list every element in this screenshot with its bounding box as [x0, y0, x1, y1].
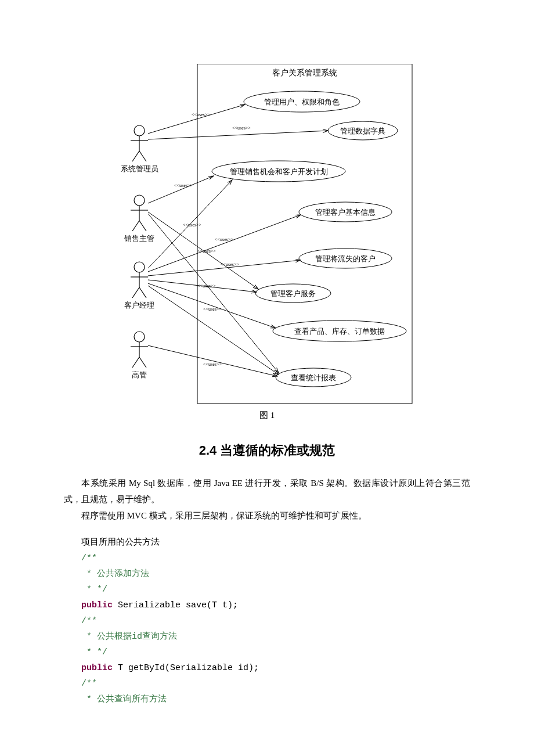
code-keyword: public: [81, 600, 113, 610]
svg-text:查看产品、库存、订单数据: 查看产品、库存、订单数据: [294, 327, 385, 336]
svg-text:<<uses>>: <<uses>>: [183, 222, 201, 228]
code-label: 项目所用的公共方法: [81, 537, 160, 546]
use-case-diagram: 客户关系管理系统 系统管理员: [116, 64, 418, 406]
usecase-reports: 查看统计报表: [276, 368, 351, 387]
svg-line-19: [139, 357, 146, 368]
paragraph-2: 程序需使用 MVC 模式，采用三层架构，保证系统的可维护性和可扩展性。: [64, 508, 470, 524]
svg-line-14: [139, 287, 146, 298]
usecase-products: 查看产品、库存、订单数据: [273, 321, 406, 341]
diagram-container: 客户关系管理系统 系统管理员: [64, 64, 470, 406]
svg-text:管理客户服务: 管理客户服务: [270, 289, 316, 298]
diagram-title: 客户关系管理系统: [272, 69, 337, 77]
code-comment: * 公共添加方法: [81, 569, 149, 579]
code-block: 项目所用的公共方法 /** * 公共添加方法 * */ public Seria…: [81, 534, 470, 707]
code-comment: * */: [81, 647, 107, 657]
svg-text:管理用户、权限和角色: 管理用户、权限和角色: [264, 98, 340, 106]
code-comment: /**: [81, 679, 97, 689]
svg-text:<<uses>>: <<uses>>: [203, 307, 222, 312]
code-keyword: public: [81, 663, 113, 673]
figure-caption: 图 1: [64, 410, 470, 421]
code-text: T getById(Serializable id);: [113, 663, 259, 673]
svg-text:<<uses>>: <<uses>>: [232, 125, 251, 131]
usecase-cust-service: 管理客户服务: [255, 284, 331, 303]
actor-exec-label: 高管: [132, 370, 147, 379]
code-comment: * */: [81, 585, 107, 595]
actor-customer-manager-label: 客户经理: [124, 301, 154, 309]
code-comment: /**: [81, 553, 97, 563]
paragraph-1: 本系统采用 My Sql 数据库，使用 Java EE 进行开发，采取 B/S …: [64, 476, 470, 508]
section-heading: 2.4 当遵循的标准或规范: [64, 442, 470, 459]
code-comment: /**: [81, 616, 97, 626]
usecase-cust-info: 管理客户基本信息: [299, 202, 392, 222]
svg-line-40: [148, 176, 214, 203]
usecase-users-roles: 管理用户、权限和角色: [244, 91, 360, 112]
svg-text:<<uses>>: <<uses>>: [221, 262, 239, 267]
document-page: 客户关系管理系统 系统管理员: [0, 0, 534, 756]
svg-point-0: [134, 125, 145, 136]
svg-text:<<uses>>: <<uses>>: [215, 237, 233, 242]
body-text: 本系统采用 My Sql 数据库，使用 Java EE 进行开发，采取 B/S …: [64, 476, 470, 524]
svg-text:管理数据字典: 管理数据字典: [340, 127, 385, 135]
svg-point-15: [134, 332, 145, 342]
svg-line-53: [148, 283, 276, 328]
usecase-dict: 管理数据字典: [328, 121, 398, 140]
svg-line-38: [148, 131, 328, 139]
svg-text:管理客户基本信息: 管理客户基本信息: [315, 208, 376, 217]
svg-text:<<uses>>: <<uses>>: [174, 183, 193, 188]
svg-point-5: [134, 195, 145, 206]
actor-sales-supervisor-label: 销售主管: [124, 234, 154, 243]
actor-exec: 高管: [131, 332, 148, 379]
svg-text:<<uses>>: <<uses>>: [192, 112, 210, 117]
svg-line-18: [132, 357, 139, 368]
svg-line-36: [148, 105, 245, 134]
svg-text:<<uses>>: <<uses>>: [197, 249, 216, 254]
code-comment: * 公共查询所有方法: [81, 694, 167, 704]
actor-admin-label: 系统管理员: [121, 164, 158, 173]
svg-text:<<uses>>: <<uses>>: [197, 283, 216, 289]
usecase-lost-cust: 管理将流失的客户: [299, 249, 392, 268]
svg-line-4: [139, 151, 146, 161]
svg-line-56: [148, 345, 277, 376]
usecase-sales-plan: 管理销售机会和客户开发计划: [212, 161, 345, 182]
svg-text:查看统计报表: 查看统计报表: [291, 373, 336, 382]
svg-text:<<uses>>: <<uses>>: [203, 362, 222, 367]
svg-text:管理将流失的客户: 管理将流失的客户: [315, 254, 376, 263]
svg-line-3: [132, 151, 139, 161]
code-text: Serializable save(T t);: [113, 600, 238, 610]
svg-text:管理销售机会和客户开发计划: 管理销售机会和客户开发计划: [230, 167, 328, 176]
svg-line-8: [132, 221, 139, 231]
svg-line-13: [132, 287, 139, 298]
actor-admin: 系统管理员: [121, 125, 158, 173]
actor-customer-manager: 客户经理: [124, 262, 154, 309]
code-comment: * 公共根据id查询方法: [81, 632, 177, 642]
svg-line-9: [139, 221, 146, 231]
system-boundary: [197, 64, 412, 404]
svg-point-10: [134, 262, 145, 272]
